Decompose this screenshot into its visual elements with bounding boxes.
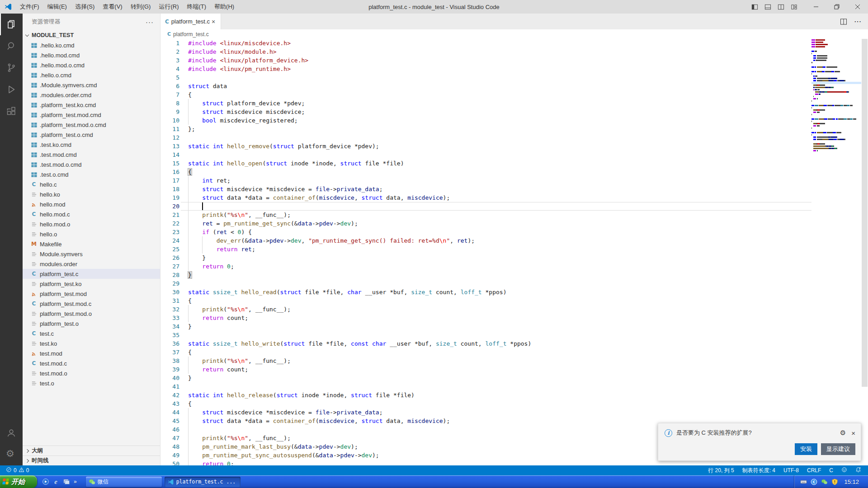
security-shield-icon[interactable] <box>831 478 839 486</box>
code-line[interactable]: 16{ <box>160 168 811 176</box>
quick-launch-overflow-icon[interactable]: » <box>74 479 77 485</box>
code-line[interactable]: 24 dev_err(&data->pdev->dev, "pm_runtime… <box>160 236 811 245</box>
code-line[interactable]: 18 struct miscdevice *miscdevice = file-… <box>160 185 811 193</box>
file-item[interactable]: test.o <box>23 378 160 388</box>
restore-button[interactable] <box>826 0 847 14</box>
code-line[interactable]: 3#include <linux/platform_device.h> <box>160 56 811 65</box>
minimap[interactable] <box>811 39 861 152</box>
code-line[interactable]: 6struct data <box>160 82 811 90</box>
code-line[interactable]: 2#include <linux/module.h> <box>160 47 811 56</box>
customize-layout-icon[interactable] <box>791 4 797 10</box>
editor-scrollbar[interactable] <box>861 39 868 465</box>
breadcrumb[interactable]: C platform_test.c <box>160 29 868 39</box>
clock[interactable]: 15:12 <box>844 479 859 485</box>
tab-close-icon[interactable]: × <box>210 18 217 26</box>
file-item[interactable]: Ctest.mod.c <box>23 358 160 368</box>
file-item[interactable]: platform_test.o <box>23 319 160 328</box>
code-editor[interactable]: 1#include <linux/miscdevice.h>2#include … <box>160 39 868 465</box>
activity-explorer[interactable] <box>0 14 23 35</box>
file-item[interactable]: .platform_test.o.cmd <box>23 130 160 140</box>
code-line[interactable]: 32 printk("%s\n", __func__); <box>160 305 811 314</box>
start-button[interactable]: 开始 <box>0 475 37 488</box>
code-line[interactable]: 13static int hello_remove(struct platfor… <box>160 142 811 150</box>
activity-account[interactable] <box>0 422 23 444</box>
media-player-icon[interactable] <box>42 478 49 486</box>
file-item[interactable]: .test.o.cmd <box>23 169 160 179</box>
keyboard-tray-icon[interactable] <box>800 478 807 486</box>
file-item[interactable]: Cplatform_test.c <box>23 269 160 279</box>
file-item[interactable]: hello.o <box>23 229 160 239</box>
code-line[interactable]: 12 <box>160 133 811 142</box>
activity-run-debug[interactable] <box>0 79 23 100</box>
file-item[interactable]: Cplatform_test.mod.c <box>23 299 160 309</box>
internet-explorer-icon[interactable]: e <box>52 478 60 486</box>
notification-settings-icon[interactable]: ⚙ <box>840 430 846 436</box>
code-line[interactable]: 44 struct miscdevice *miscdevice = file-… <box>160 408 811 417</box>
code-line[interactable]: 14 <box>160 150 811 159</box>
timeline-section[interactable]: 时间线 <box>23 455 160 465</box>
problems-status[interactable]: 00 <box>4 465 31 475</box>
code-line[interactable]: 1#include <linux/miscdevice.h> <box>160 39 811 47</box>
file-item[interactable]: .test.ko.cmd <box>23 140 160 150</box>
minimize-button[interactable] <box>806 0 826 14</box>
file-item[interactable]: .platform_test.mod.o.cmd <box>23 120 160 130</box>
scrollbar-thumb[interactable] <box>862 39 868 387</box>
taskbar-task-active[interactable]: platform_test.c ... <box>165 477 241 487</box>
file-item[interactable]: hello.mod <box>23 199 160 209</box>
menu-item-0[interactable]: 文件(F) <box>16 0 43 14</box>
file-item[interactable]: test.mod.o <box>23 368 160 378</box>
show-desktop-icon[interactable] <box>62 478 70 486</box>
tab-platform-test-c[interactable]: C platform_test.c × <box>160 14 221 29</box>
file-item[interactable]: .test.mod.cmd <box>23 150 160 160</box>
code-line[interactable]: 26 } <box>160 253 811 262</box>
code-line[interactable]: 34} <box>160 322 811 331</box>
close-button[interactable] <box>847 0 868 14</box>
file-item[interactable]: platform_test.mod.o <box>23 309 160 319</box>
code-line[interactable]: 38 printk("%s\n", __func__); <box>160 357 811 365</box>
code-line[interactable]: 41 <box>160 382 811 391</box>
language-mode-status[interactable]: C <box>827 465 835 475</box>
bell-icon[interactable] <box>853 465 863 475</box>
code-line[interactable]: 35 <box>160 331 811 339</box>
notification-close-icon[interactable]: × <box>851 429 855 437</box>
file-item[interactable]: .test.mod.o.cmd <box>23 160 160 169</box>
code-line[interactable]: 37{ <box>160 348 811 357</box>
menu-item-5[interactable]: 运行(R) <box>155 0 183 14</box>
code-line[interactable]: 43{ <box>160 399 811 408</box>
code-line[interactable]: 5 <box>160 73 811 82</box>
split-layout-icon[interactable] <box>778 4 784 10</box>
file-item[interactable]: .platform_test.mod.cmd <box>23 110 160 120</box>
file-item[interactable]: test.ko <box>23 338 160 348</box>
file-item[interactable]: test.mod <box>23 348 160 358</box>
file-item[interactable]: .hello.ko.cmd <box>23 40 160 50</box>
code-line[interactable]: 11}; <box>160 125 811 133</box>
toggle-sidebar-icon[interactable] <box>751 4 758 10</box>
menu-item-2[interactable]: 选择(S) <box>71 0 99 14</box>
outline-section[interactable]: 大纲 <box>23 446 160 455</box>
code-line[interactable]: 8 struct platform_device *pdev; <box>160 99 811 108</box>
editor-more-actions-icon[interactable]: ··· <box>854 18 862 25</box>
code-line[interactable]: 39 return count; <box>160 365 811 374</box>
install-button[interactable]: 安装 <box>795 443 817 455</box>
taskbar-task-inactive[interactable]: 微信 <box>86 477 162 487</box>
code-line[interactable]: 4#include <linux/pm_runtime.h> <box>160 65 811 73</box>
code-line[interactable]: 36static ssize_t hello_write(struct file… <box>160 339 811 348</box>
code-line[interactable]: 22 ret = pm_runtime_get_sync(&data->pdev… <box>160 219 811 228</box>
encoding-status[interactable]: UTF-8 <box>781 465 801 475</box>
code-line[interactable]: 21 printk("%s\n", __func__); <box>160 211 811 219</box>
file-item[interactable]: .hello.mod.cmd <box>23 50 160 60</box>
file-item[interactable]: Ctest.c <box>23 328 160 338</box>
cursor-position-status[interactable]: 行 20, 列 5 <box>706 465 736 475</box>
folder-section-header[interactable]: MODULE_TEST <box>23 30 160 40</box>
code-line[interactable]: 31{ <box>160 296 811 305</box>
file-item[interactable]: platform_test.mod <box>23 289 160 299</box>
code-line[interactable]: 42static int hello_release(struct inode … <box>160 391 811 399</box>
code-line[interactable]: 27 return 0; <box>160 262 811 271</box>
menu-item-4[interactable]: 转到(G) <box>127 0 155 14</box>
menu-item-6[interactable]: 终端(T) <box>183 0 210 14</box>
file-item[interactable]: .hello.o.cmd <box>23 70 160 80</box>
code-line[interactable]: 7{ <box>160 90 811 99</box>
menu-item-1[interactable]: 编辑(E) <box>43 0 71 14</box>
show-recommendations-button[interactable]: 显示建议 <box>821 443 855 455</box>
eol-status[interactable]: CRLF <box>805 465 823 475</box>
